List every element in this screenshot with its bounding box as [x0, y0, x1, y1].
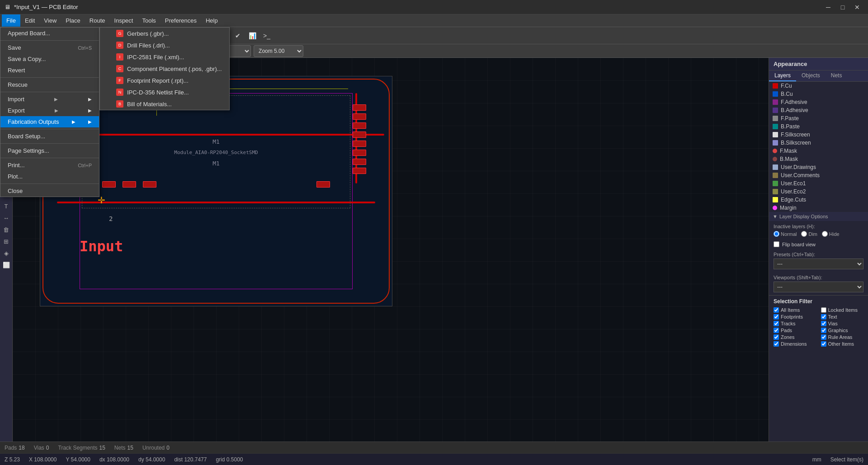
file-revert[interactable]: Revert	[0, 65, 99, 76]
layer-margin[interactable]: Margin	[769, 204, 868, 212]
zoom-dropdown[interactable]: Zoom 5.00	[254, 45, 303, 57]
file-page-settings[interactable]: Page Settings...	[0, 145, 99, 156]
fab-ipc2581[interactable]: I IPC-2581 File (.xml)...	[100, 51, 229, 63]
sf-vias[interactable]: Vias	[821, 321, 864, 326]
menu-place[interactable]: Place	[61, 14, 85, 27]
hide-option[interactable]: Hide	[822, 231, 840, 237]
menu-help[interactable]: Help	[201, 14, 222, 27]
flip-board-checkbox[interactable]	[774, 241, 779, 247]
fab-ipcd356[interactable]: N IPC-D-356 Netlist File...	[100, 86, 229, 98]
tab-nets[interactable]: Nets	[826, 70, 848, 81]
menu-tools[interactable]: Tools	[137, 14, 160, 27]
sf-footprints[interactable]: Footprints	[774, 314, 816, 319]
menu-view[interactable]: View	[39, 14, 61, 27]
layer-display-options-header[interactable]: ▼ Layer Display Options	[769, 212, 868, 221]
viewports-dropdown[interactable]: ---	[774, 282, 863, 292]
board-outline-tool[interactable]: ⬜	[1, 259, 12, 270]
layer-edgecuts-color	[773, 197, 778, 202]
fab-component-placement[interactable]: C Component Placement (.pos, .gbr)...	[100, 63, 229, 75]
layer-badhesive[interactable]: B.Adhesive	[769, 106, 868, 114]
menu-edit[interactable]: Edit	[20, 14, 39, 27]
mode-display: Select item(s)	[830, 456, 863, 463]
layer-margin-label: Margin	[780, 205, 797, 211]
flip-board-section: Flip board view	[769, 240, 868, 249]
board-stats-button[interactable]: 📊	[245, 29, 259, 42]
layer-fpaste[interactable]: F.Paste	[769, 114, 868, 122]
sf-graphics[interactable]: Graphics	[821, 328, 864, 333]
file-export[interactable]: Export ▶	[0, 105, 99, 116]
fab-gerbers-icon: G	[116, 30, 123, 37]
fab-bom-icon: B	[116, 100, 123, 108]
fab-drill-files[interactable]: D Drill Files (.drl)...	[100, 39, 229, 51]
menu-bar: File Edit View Place Route Inspect Tools…	[0, 14, 868, 27]
tab-layers[interactable]: Layers	[769, 70, 796, 81]
file-rescue[interactable]: Rescue	[0, 79, 99, 90]
maximize-button[interactable]: □	[836, 2, 849, 12]
layer-bpaste-label: B.Paste	[781, 123, 800, 130]
presets-dropdown[interactable]: ---	[774, 258, 863, 269]
file-fabrication-outputs[interactable]: Fabrication Outputs ▶	[0, 116, 99, 127]
sf-tracks[interactable]: Tracks	[774, 321, 816, 326]
dist-coord: dist 120.7477	[174, 456, 207, 463]
inactive-layers-options: Normal Dim Hide	[774, 231, 863, 237]
file-close[interactable]: Close	[0, 185, 99, 197]
layer-userdrawings[interactable]: User.Drawings	[769, 163, 868, 171]
ruler-tool[interactable]: ↔	[1, 212, 12, 223]
layer-usercomments[interactable]: User.Comments	[769, 171, 868, 179]
file-plot[interactable]: Plot...	[0, 171, 99, 182]
unit-display: mm	[812, 456, 821, 463]
layer-bsilk[interactable]: B.Silkscreen	[769, 139, 868, 147]
sf-other-items[interactable]: Other Items	[821, 341, 864, 347]
layer-fmask[interactable]: F.Mask	[769, 147, 868, 155]
layer-usereco1[interactable]: User.Eco1	[769, 179, 868, 188]
layer-usereco1-color	[773, 181, 778, 186]
file-append-board[interactable]: Append Board...	[0, 28, 99, 39]
delete-tool[interactable]: 🗑	[1, 224, 12, 235]
sf-locked-items[interactable]: Locked Items	[821, 307, 864, 313]
copper-pour-tool[interactable]: ◈	[1, 248, 12, 258]
file-save[interactable]: Save Ctrl+S	[0, 42, 99, 53]
minimize-button[interactable]: ─	[822, 2, 835, 12]
viewports-section: Viewports (Shift+Tab): ---	[769, 272, 868, 295]
canvas-area[interactable]: M1 Module_AIA0-RP2040_SocketSMD M1 Input…	[13, 58, 769, 442]
layer-bcu-color	[773, 91, 778, 97]
layer-fadhesive[interactable]: F.Adhesive	[769, 98, 868, 106]
sf-text[interactable]: Text	[821, 314, 864, 319]
sf-all-items[interactable]: All Items	[774, 307, 816, 313]
scripting-button[interactable]: >_	[260, 29, 274, 42]
fab-gerbers[interactable]: G Gerbers (.gbr)...	[100, 28, 229, 39]
menu-file[interactable]: File	[2, 14, 20, 27]
title-bar: 🖥 *Input_V1 — PCB Editor ─ □ ✕	[0, 0, 868, 14]
file-print[interactable]: Print... Ctrl+P	[0, 160, 99, 171]
dx-coord: dx 108.0000	[99, 456, 129, 463]
menu-route[interactable]: Route	[85, 14, 110, 27]
layer-usereco2[interactable]: User.Eco2	[769, 188, 868, 196]
fab-ipcd356-icon: N	[116, 89, 123, 96]
layer-bpaste[interactable]: B.Paste	[769, 122, 868, 131]
sf-dimensions[interactable]: Dimensions	[774, 341, 816, 347]
file-board-setup[interactable]: Board Setup...	[0, 131, 99, 142]
normal-option[interactable]: Normal	[774, 231, 797, 237]
layer-margin-color	[773, 206, 777, 210]
layer-edgecuts[interactable]: Edge.Cuts	[769, 196, 868, 204]
dim-option[interactable]: Dim	[801, 231, 817, 237]
place-footprint-tool[interactable]: ⊞	[1, 236, 12, 247]
layer-bmask[interactable]: B.Mask	[769, 155, 868, 163]
fab-footprint-report[interactable]: F Footprint Report (.rpt)...	[100, 75, 229, 86]
text-tool[interactable]: T	[1, 201, 12, 211]
fab-bom[interactable]: B Bill of Materials...	[100, 98, 229, 110]
layer-fsilk[interactable]: F.Silkscreen	[769, 131, 868, 139]
file-import[interactable]: Import ▶	[0, 94, 99, 105]
close-button[interactable]: ✕	[851, 2, 863, 12]
file-save-copy[interactable]: Save a Copy...	[0, 53, 99, 65]
sf-rule-areas[interactable]: Rule Areas	[821, 334, 864, 340]
tab-objects[interactable]: Objects	[796, 70, 826, 81]
menu-inspect[interactable]: Inspect	[110, 14, 138, 27]
menu-preferences[interactable]: Preferences	[160, 14, 201, 27]
layer-fcu[interactable]: F.Cu	[769, 82, 868, 90]
design-rule-button[interactable]: ✔	[231, 29, 245, 42]
sf-pads[interactable]: Pads	[774, 328, 816, 333]
fab-footprint-icon: F	[116, 77, 123, 84]
layer-bcu[interactable]: B.Cu	[769, 90, 868, 98]
sf-zones[interactable]: Zones	[774, 334, 816, 340]
